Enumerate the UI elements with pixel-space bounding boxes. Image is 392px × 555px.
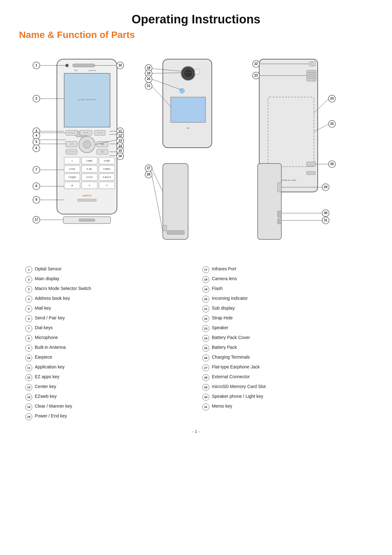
svg-text:28: 28 (147, 173, 150, 176)
svg-text:7 PQRS: 7 PQRS (68, 176, 76, 179)
part-name: Speaker (212, 325, 228, 331)
svg-text:24: 24 (330, 97, 334, 100)
part-name: Flash (212, 286, 223, 292)
svg-line-152 (152, 168, 163, 192)
list-item: 16 Power / End key (25, 413, 190, 420)
svg-rect-125 (307, 70, 316, 81)
part-name: Camera lens (212, 276, 237, 282)
part-name: Battery Pack (212, 344, 237, 351)
svg-text:3 DEF: 3 DEF (104, 160, 110, 162)
svg-text:22: 22 (254, 62, 258, 65)
part-name: Speaker phone / Light key (212, 393, 263, 400)
svg-line-155 (152, 175, 163, 231)
part-name: EZweb key (35, 393, 57, 400)
svg-text:★: ★ (71, 184, 73, 187)
part-number: 10 (25, 355, 32, 361)
svg-point-2 (65, 64, 69, 67)
list-item: 1 Optial Sensor (25, 266, 190, 273)
part-name: Sub display (212, 305, 235, 311)
part-name: Macro Mode Selector Switch (35, 286, 91, 292)
svg-text:1: 1 (35, 64, 37, 67)
svg-text:8: 8 (35, 184, 37, 188)
svg-text:ペア: ペア (70, 143, 73, 145)
part-number: 22 (202, 315, 209, 322)
part-number: 24 (202, 335, 209, 342)
part-number: 27 (202, 364, 209, 371)
svg-rect-151 (163, 225, 167, 231)
part-number: 25 (202, 345, 209, 352)
list-item: 3 Macro Mode Selector Switch (25, 286, 190, 293)
svg-text:5: 5 (35, 140, 37, 144)
svg-rect-123 (309, 62, 315, 66)
part-number: 21 (202, 305, 209, 312)
part-number: 28 (202, 374, 209, 381)
part-name: Memo key (212, 403, 232, 410)
part-name: Application key (35, 364, 64, 370)
list-item: 18 Camera lens (202, 276, 367, 283)
svg-text:31: 31 (324, 219, 328, 222)
svg-point-15 (83, 141, 91, 148)
part-number: 11 (25, 364, 32, 371)
svg-point-105 (184, 69, 193, 78)
svg-text:GU: GU (74, 69, 78, 71)
part-name: Power / End key (35, 413, 67, 419)
list-item: 29 microSD Memory Card Slot (202, 384, 367, 391)
svg-rect-108 (171, 97, 205, 122)
svg-text:17: 17 (34, 218, 38, 221)
list-item: 9 Built-in Antenna (25, 344, 190, 352)
svg-text:12: 12 (118, 134, 122, 137)
list-item: 7 Dial keys (25, 325, 190, 332)
part-name: External Connector (212, 374, 250, 380)
legend-col: 1 Optial Sensor 2 Main display 3 Macro M… (25, 266, 190, 423)
part-number: 9 (25, 345, 32, 352)
svg-rect-1 (73, 64, 95, 67)
part-number: 15 (25, 404, 32, 410)
part-name: Clear / Manner key (35, 403, 72, 410)
list-item: 4 Address book key (25, 295, 190, 303)
svg-text:18: 18 (147, 66, 150, 70)
page-title: Operating Instructions (19, 13, 373, 26)
part-number: 5 (25, 305, 32, 312)
part-number: 2 (25, 276, 32, 283)
part-name: Incoming indicator (212, 295, 248, 302)
list-item: 23 Speaker (202, 325, 367, 332)
svg-text:9: 9 (35, 198, 37, 201)
legend-container: 1 Optial Sensor 2 Main display 3 Macro M… (19, 266, 373, 423)
svg-point-107 (180, 88, 185, 93)
part-name: Optial Sensor (35, 266, 62, 272)
part-name: Center key (35, 384, 56, 390)
part-name: Battery Pack Cover (212, 335, 250, 341)
svg-text:4 GHI: 4 GHI (69, 168, 75, 170)
list-item: 21 Sub display (202, 305, 367, 312)
svg-text:GLOBAL PASSPORT: GLOBAL PASSPORT (78, 99, 96, 101)
list-item: 24 Battery Pack Cover (202, 335, 367, 342)
svg-text:16: 16 (118, 154, 122, 158)
list-item: 26 Charging Terminals (202, 354, 367, 361)
part-name: Charging Terminals (212, 354, 250, 361)
svg-text:SANYO: SANYO (83, 194, 91, 197)
list-item: 28 External Connector (202, 374, 367, 381)
list-item: 6 Send / Pair key (25, 315, 190, 322)
part-number: 12 (25, 374, 32, 381)
list-item: 27 Flat-type Earphone Jack (202, 364, 367, 371)
part-name: Earpiece (35, 354, 52, 361)
list-item: 30 Speaker phone / Light key (202, 393, 367, 401)
part-number: 14 (25, 394, 32, 401)
part-name: Mail key (35, 305, 51, 311)
svg-text:4: 4 (35, 134, 37, 137)
svg-text:#: # (106, 184, 107, 187)
svg-text:7: 7 (35, 168, 37, 171)
svg-text:8 TUV: 8 TUV (86, 176, 93, 178)
part-number: 30 (202, 394, 209, 401)
part-number: 7 (25, 325, 32, 332)
part-number: 26 (202, 355, 209, 361)
diagram-area: GU A55275A GLOBAL PASSPORT アドレス アプリ メール … (19, 50, 373, 256)
svg-text:25: 25 (330, 122, 334, 126)
legend-col: 17 Infrares Port 18 Camera lens 19 Flash… (202, 266, 367, 423)
svg-rect-150 (167, 231, 184, 234)
svg-text:13: 13 (118, 139, 122, 142)
list-item: 22 Strap Hole (202, 315, 367, 322)
list-item: 8 Microphone (25, 335, 190, 342)
list-item: 25 Battery Pack (202, 344, 367, 352)
svg-text:6 MNO: 6 MNO (103, 168, 111, 170)
